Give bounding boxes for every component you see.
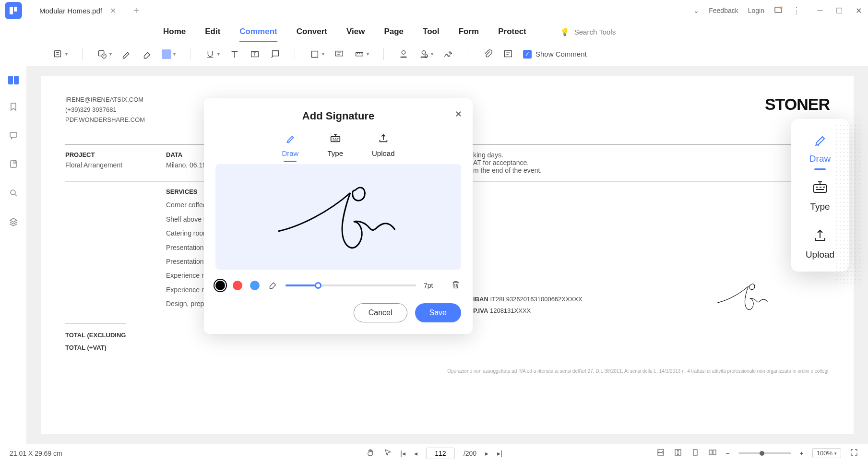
signature-tab-type[interactable]: Type <box>327 132 343 157</box>
zoom-select[interactable]: 100%▾ <box>812 448 841 458</box>
close-tab-icon[interactable]: ✕ <box>110 6 116 15</box>
single-page-icon[interactable] <box>691 448 700 458</box>
thumbnails-panel-button[interactable] <box>8 76 19 84</box>
menu-protect[interactable]: Protect <box>498 23 526 40</box>
comments-panel-button[interactable] <box>9 130 18 142</box>
prev-page-icon[interactable]: ◂ <box>414 450 417 457</box>
doc-email: IRENE@IRENEATSIX.COM <box>65 95 145 105</box>
shape-tool[interactable]: ▾ <box>97 49 112 59</box>
svg-rect-9 <box>312 51 318 57</box>
signature-tool[interactable] <box>443 49 453 59</box>
placed-signature[interactable] <box>714 275 772 320</box>
color-red[interactable] <box>233 281 242 290</box>
left-sidebar <box>0 66 27 444</box>
next-page-icon[interactable]: ▸ <box>485 450 488 457</box>
float-upload[interactable]: Upload <box>806 226 834 260</box>
modal-close-button[interactable]: ✕ <box>455 109 462 119</box>
textbox-tool[interactable] <box>250 49 260 59</box>
color-black[interactable] <box>215 281 225 290</box>
signature-tab-draw[interactable]: Draw <box>282 132 298 157</box>
doc-website: PDF.WONDERSHARE.COM <box>65 115 145 125</box>
measure-tool[interactable]: ▾ <box>354 49 369 59</box>
search-tools-input[interactable] <box>574 28 642 36</box>
piva-value: 1208131XXXX <box>490 307 531 314</box>
float-type[interactable]: Type <box>810 178 830 212</box>
note-tool[interactable]: ▾ <box>53 49 68 59</box>
close-window-button[interactable]: ✕ <box>854 6 863 15</box>
piva-label: P.IVA <box>473 307 488 314</box>
project-value: Floral Arrangement <box>65 161 166 169</box>
new-tab-button[interactable]: + <box>133 5 139 16</box>
maximize-button[interactable]: ☐ <box>834 6 844 15</box>
stamp-tool[interactable] <box>398 49 409 59</box>
hand-tool-icon[interactable] <box>366 448 374 458</box>
thickness-slider[interactable] <box>285 284 416 286</box>
zoom-in-icon[interactable]: + <box>800 450 804 457</box>
app-logo <box>5 2 22 19</box>
svg-rect-1 <box>14 7 17 12</box>
feedback-link[interactable]: Feedback <box>709 7 738 14</box>
signature-draw-canvas[interactable] <box>215 164 461 270</box>
svg-rect-15 <box>505 50 512 57</box>
last-page-icon[interactable]: ▸| <box>497 450 502 457</box>
menu-form[interactable]: Form <box>459 23 479 40</box>
cancel-button[interactable]: Cancel <box>354 303 407 322</box>
fullscreen-icon[interactable] <box>850 448 858 458</box>
chevron-down-icon[interactable]: ⌄ <box>693 7 699 14</box>
svg-point-13 <box>422 50 425 54</box>
zoom-out-icon[interactable]: − <box>725 450 729 457</box>
search-panel-button[interactable] <box>9 188 18 200</box>
menu-edit[interactable]: Edit <box>205 23 220 40</box>
bookmarks-panel-button[interactable] <box>9 102 18 113</box>
fit-width-icon[interactable] <box>656 448 665 458</box>
show-comment-checkbox[interactable]: ✓ <box>523 50 532 59</box>
note-line-2: AT for acceptance, <box>473 159 830 166</box>
text-tool[interactable] <box>229 49 240 59</box>
underline-tool[interactable]: ▾ <box>205 49 220 59</box>
signature-eraser-button[interactable] <box>267 279 278 292</box>
custom-stamp-tool[interactable]: ▾ <box>418 49 433 59</box>
svg-rect-4 <box>55 50 61 57</box>
first-page-icon[interactable]: |◂ <box>400 450 405 457</box>
pencil-tool[interactable] <box>121 49 132 59</box>
more-icon[interactable]: ⋮ <box>792 5 801 16</box>
fit-page-icon[interactable] <box>674 448 682 458</box>
menu-page[interactable]: Page <box>384 23 404 40</box>
menu-view[interactable]: View <box>346 23 365 40</box>
title-bar: Modular Homes.pdf ✕ + ⌄ Feedback Login ⋮… <box>0 0 868 21</box>
attachment-tool[interactable] <box>483 49 493 59</box>
highlight-tool[interactable]: ▾ <box>162 49 176 59</box>
attachments-panel-button[interactable] <box>9 159 18 171</box>
two-page-icon[interactable] <box>708 448 717 458</box>
page-dimensions: 21.01 X 29.69 cm <box>10 450 62 457</box>
menu-home[interactable]: Home <box>163 23 186 40</box>
tab-filename: Modular Homes.pdf <box>39 7 102 15</box>
document-tab[interactable]: Modular Homes.pdf ✕ <box>32 2 124 19</box>
delete-signature-button[interactable] <box>451 279 461 292</box>
comment-list-tool[interactable] <box>503 49 513 59</box>
menu-comment[interactable]: Comment <box>239 23 277 40</box>
svg-rect-20 <box>331 136 340 142</box>
callout-tool[interactable] <box>270 49 280 59</box>
signature-mode-card: Draw Type Upload <box>791 119 849 272</box>
svg-rect-21 <box>814 185 826 192</box>
layers-panel-button[interactable] <box>9 217 18 228</box>
svg-point-19 <box>11 190 15 195</box>
select-tool-icon[interactable] <box>383 448 392 458</box>
message-icon[interactable] <box>774 6 783 16</box>
minimize-button[interactable]: ─ <box>815 6 825 15</box>
color-blue[interactable] <box>250 281 260 290</box>
zoom-slider[interactable] <box>738 452 791 454</box>
menu-tool[interactable]: Tool <box>423 23 440 40</box>
page-number-input[interactable] <box>426 448 455 459</box>
note-line-3: m the end of the event. <box>473 166 830 174</box>
area-highlight-tool[interactable]: ▾ <box>309 49 324 59</box>
text-callout-tool[interactable] <box>334 49 345 59</box>
eraser-tool[interactable] <box>142 49 152 59</box>
save-button[interactable]: Save <box>415 303 461 322</box>
login-link[interactable]: Login <box>748 7 764 14</box>
float-draw[interactable]: Draw <box>809 130 831 164</box>
signature-tab-upload[interactable]: Upload <box>372 132 395 157</box>
menu-convert[interactable]: Convert <box>297 23 327 40</box>
svg-point-12 <box>402 50 405 54</box>
